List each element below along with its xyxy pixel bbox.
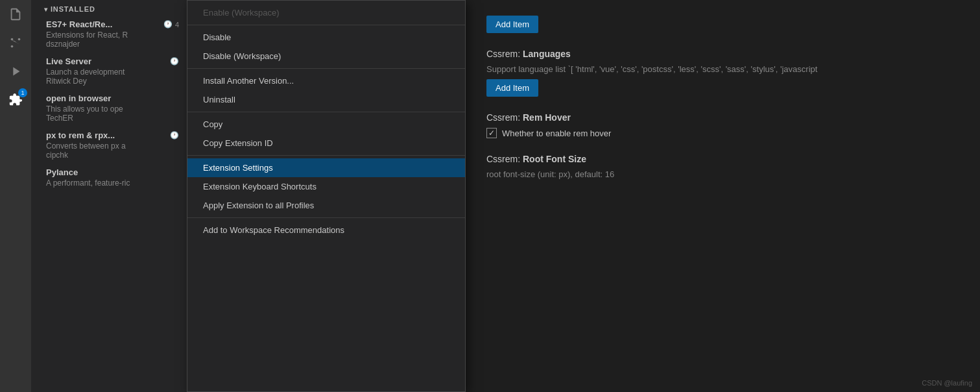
menu-divider-5: [187, 217, 465, 218]
extension-desc: Launch a development: [46, 67, 179, 77]
extension-author: Ritwick Dey: [46, 77, 179, 86]
menu-divider-4: [187, 155, 465, 156]
extensions-icon[interactable]: 1: [6, 91, 25, 109]
svg-point-1: [11, 45, 14, 48]
rem-hover-checkbox-row[interactable]: ✓ Whether to enable rem hover: [486, 128, 959, 138]
menu-item-disable[interactable]: Disable: [187, 28, 465, 47]
svg-point-2: [18, 38, 21, 41]
setting-title-languages: Cssrem: Languages: [486, 49, 959, 59]
menu-item-uninstall[interactable]: Uninstall: [187, 90, 465, 109]
settings-rem-hover-section: Cssrem: Rem Hover ✓ Whether to enable re…: [486, 112, 959, 138]
activity-bar: 1: [0, 0, 31, 392]
extension-name: Live Server: [46, 56, 91, 66]
setting-desc-languages: Support language list `[ 'html', 'vue', …: [486, 64, 959, 74]
ext-history-row: 🕐 4: [163, 20, 179, 29]
extensions-badge: 1: [18, 88, 27, 97]
source-control-icon[interactable]: [6, 34, 25, 52]
settings-root-font-size-section: Cssrem: Root Font Size root font-size (u…: [486, 154, 959, 179]
extension-item-live-server[interactable]: Live Server 🕐 Launch a development Ritwi…: [31, 53, 187, 90]
extension-author: TechER: [46, 114, 179, 123]
menu-divider: [187, 25, 465, 25]
add-item-button-top[interactable]: Add Item: [486, 16, 538, 33]
menu-item-apply-profiles[interactable]: Apply Extension to all Profiles: [187, 196, 465, 215]
menu-item-keyboard-shortcuts[interactable]: Extension Keyboard Shortcuts: [187, 177, 465, 196]
explorer-icon[interactable]: [6, 5, 25, 23]
setting-desc-root-font-size: root font-size (unit: px), default: 16: [486, 169, 959, 179]
setting-title-root-font-size: Cssrem: Root Font Size: [486, 154, 959, 164]
menu-item-install-version[interactable]: Install Another Version...: [187, 71, 465, 90]
extension-desc: This allows you to ope: [46, 104, 179, 114]
menu-item-enable-workspace[interactable]: Enable (Workspace): [187, 3, 465, 22]
history-icon: 🕐: [170, 57, 179, 66]
extension-item-px-rem[interactable]: px to rem & rpx... 🕐 Converts between px…: [31, 127, 187, 164]
run-debug-icon[interactable]: [6, 62, 25, 80]
add-item-button-languages[interactable]: Add Item: [486, 79, 538, 97]
svg-point-0: [11, 38, 14, 41]
setting-title-rem-hover: Cssrem: Rem Hover: [486, 112, 959, 123]
installed-header: ▾ INSTALLED: [31, 0, 187, 16]
extension-desc: Extensions for React, R: [46, 31, 179, 40]
extension-desc: Converts between px a: [46, 141, 179, 151]
extension-author: dsznajder: [46, 40, 179, 49]
menu-item-workspace-recommendations[interactable]: Add to Workspace Recommendations: [187, 221, 465, 239]
settings-languages-section: Cssrem: Languages Support language list …: [486, 49, 959, 97]
extensions-sidebar: ▾ INSTALLED ES7+ React/Re... 🕐 4 Extensi…: [31, 0, 187, 392]
watermark: CSDN @laufing: [922, 379, 972, 387]
history-icon: 🕐: [163, 20, 173, 29]
extension-name: ES7+ React/Re...: [46, 19, 112, 29]
context-menu: Enable (Workspace) Disable Disable (Work…: [187, 0, 466, 392]
checkbox-checked-icon[interactable]: ✓: [486, 128, 497, 138]
extension-item-es7[interactable]: ES7+ React/Re... 🕐 4 Extensions for Reac…: [31, 16, 187, 53]
extension-item-open-browser[interactable]: open in browser This allows you to ope T…: [31, 90, 187, 127]
history-count: 4: [175, 21, 179, 29]
main-content: Add Item Cssrem: Languages Support langu…: [466, 0, 980, 392]
extension-name: Pylance: [46, 167, 78, 177]
menu-item-disable-workspace[interactable]: Disable (Workspace): [187, 47, 465, 66]
ext-history-row: 🕐: [170, 57, 179, 66]
extension-desc: A performant, feature-ric: [46, 178, 179, 188]
checkbox-label: Whether to enable rem hover: [502, 129, 611, 138]
menu-item-copy-extension-id[interactable]: Copy Extension ID: [187, 134, 465, 153]
extension-author: cipchk: [46, 151, 179, 160]
menu-item-copy[interactable]: Copy: [187, 115, 465, 134]
extension-item-pylance[interactable]: Pylance A performant, feature-ric: [31, 164, 187, 191]
chevron-icon: ▾: [44, 6, 48, 13]
history-icon: 🕐: [170, 131, 179, 140]
extension-name: open in browser: [46, 93, 111, 103]
menu-item-extension-settings[interactable]: Extension Settings: [187, 158, 465, 177]
ext-history-row: 🕐: [170, 131, 179, 140]
extension-name: px to rem & rpx...: [46, 130, 115, 140]
menu-divider-3: [187, 112, 465, 112]
menu-divider-2: [187, 68, 465, 69]
